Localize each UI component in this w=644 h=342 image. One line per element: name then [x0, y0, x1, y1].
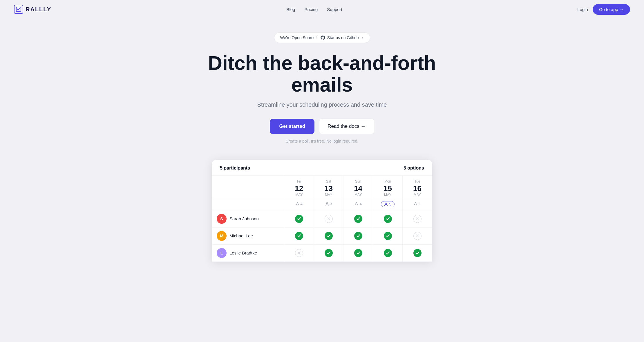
vote-yes-icon — [413, 249, 422, 257]
github-label: Star us on Github → — [327, 35, 364, 40]
nav-blog[interactable]: Blog — [286, 7, 295, 12]
github-link[interactable]: Star us on Github → — [320, 35, 364, 40]
table-row: M Michael Lee — [212, 227, 432, 244]
read-docs-button[interactable]: Read the docs → — [319, 119, 374, 134]
nav-pricing[interactable]: Pricing — [304, 7, 318, 12]
vote-no-icon — [413, 232, 422, 240]
name-sarah: Sarah Johnson — [229, 216, 259, 221]
vote-no-icon — [413, 215, 422, 223]
login-button[interactable]: Login — [577, 7, 588, 12]
svg-point-5 — [415, 202, 416, 204]
vote-yes-icon — [354, 249, 362, 257]
date-header-sun: Sun 14 MAY — [343, 176, 373, 199]
date-header-tue: Tue 16 MAY — [403, 176, 432, 199]
hero-section: We're Open Source! Star us on Github → D… — [0, 19, 644, 262]
vote-no-icon — [295, 249, 303, 257]
nav-actions: Login Go to app → — [577, 4, 630, 15]
participant-michael: M Michael Lee — [212, 228, 284, 244]
logo[interactable]: RALLLY — [14, 5, 51, 14]
vote-leslie-sat — [314, 244, 343, 261]
vote-count-sat: 3 — [314, 199, 343, 210]
vote-yes-icon — [325, 249, 333, 257]
demo-participants: 5 participants — [220, 165, 250, 171]
svg-point-2 — [326, 202, 328, 204]
svg-point-1 — [297, 202, 298, 204]
goto-app-button[interactable]: Go to app → — [593, 4, 630, 15]
vote-count-mon: 5 — [373, 199, 403, 210]
logo-text: RALLLY — [26, 6, 51, 13]
nav-links: Blog Pricing Support — [286, 7, 342, 12]
table-row: L Leslie Bradtke — [212, 244, 432, 261]
vote-yes-icon — [384, 232, 392, 240]
vote-sarah-mon — [373, 210, 403, 227]
logo-icon — [14, 5, 23, 14]
vote-count-tue: 1 — [403, 199, 432, 210]
vote-yes-icon — [384, 215, 392, 223]
date-header-mon: Mon 15 MAY — [373, 176, 403, 199]
vote-sarah-sat — [314, 210, 343, 227]
vote-yes-icon — [354, 215, 362, 223]
vote-michael-tue — [403, 227, 432, 244]
vote-sarah-sun — [343, 210, 373, 227]
hero-subtitle: Streamline your scheduling process and s… — [257, 101, 387, 108]
hero-note: Create a poll. It's free. No login requi… — [286, 139, 359, 143]
opensource-label: We're Open Source! — [280, 35, 317, 40]
hero-buttons: Get started Read the docs → — [270, 119, 374, 134]
vote-count-row: 4 3 4 — [212, 199, 432, 210]
name-michael: Michael Lee — [229, 233, 253, 238]
vote-yes-icon — [325, 232, 333, 240]
demo-header: 5 participants 5 options — [212, 160, 432, 176]
table-row: S Sarah Johnson — [212, 210, 432, 227]
demo-table: Fri 12 MAY Sat 13 MAY Sun 14 MAY — [212, 176, 432, 262]
name-leslie: Leslie Bradtke — [229, 250, 257, 255]
vote-michael-sat — [314, 227, 343, 244]
vote-leslie-mon — [373, 244, 403, 261]
vote-sarah-fri — [284, 210, 314, 227]
github-icon — [320, 35, 325, 40]
vote-yes-icon — [295, 215, 303, 223]
vote-yes-icon — [384, 249, 392, 257]
navbar: RALLLY Blog Pricing Support Login Go to … — [0, 0, 644, 19]
avatar-michael: M — [217, 231, 227, 241]
date-header-fri: Fri 12 MAY — [284, 176, 314, 199]
svg-point-4 — [386, 203, 387, 204]
vote-sarah-tue — [403, 210, 432, 227]
vote-count-fri: 4 — [284, 199, 314, 210]
participant-sarah: S Sarah Johnson — [212, 210, 284, 227]
hero-title: Ditch the back-and-forth emails — [206, 52, 438, 96]
vote-leslie-sun — [343, 244, 373, 261]
vote-michael-fri — [284, 227, 314, 244]
date-header-row: Fri 12 MAY Sat 13 MAY Sun 14 MAY — [212, 176, 432, 199]
svg-point-3 — [356, 202, 357, 204]
avatar-sarah: S — [217, 214, 227, 224]
demo-card: 5 participants 5 options Fri 12 MAY Sat … — [212, 160, 432, 262]
opensource-badge[interactable]: We're Open Source! Star us on Github → — [274, 32, 370, 43]
vote-count-sun: 4 — [343, 199, 373, 210]
vote-no-icon — [325, 215, 333, 223]
date-header-sat: Sat 13 MAY — [314, 176, 343, 199]
get-started-button[interactable]: Get started — [270, 119, 314, 134]
vote-michael-mon — [373, 227, 403, 244]
nav-support[interactable]: Support — [327, 7, 342, 12]
vote-yes-icon — [295, 232, 303, 240]
vote-yes-icon — [354, 232, 362, 240]
vote-leslie-fri — [284, 244, 314, 261]
demo-options: 5 options — [404, 165, 424, 171]
vote-michael-sun — [343, 227, 373, 244]
avatar-leslie: L — [217, 248, 227, 258]
participant-leslie: L Leslie Bradtke — [212, 245, 284, 261]
vote-leslie-tue — [403, 244, 432, 261]
